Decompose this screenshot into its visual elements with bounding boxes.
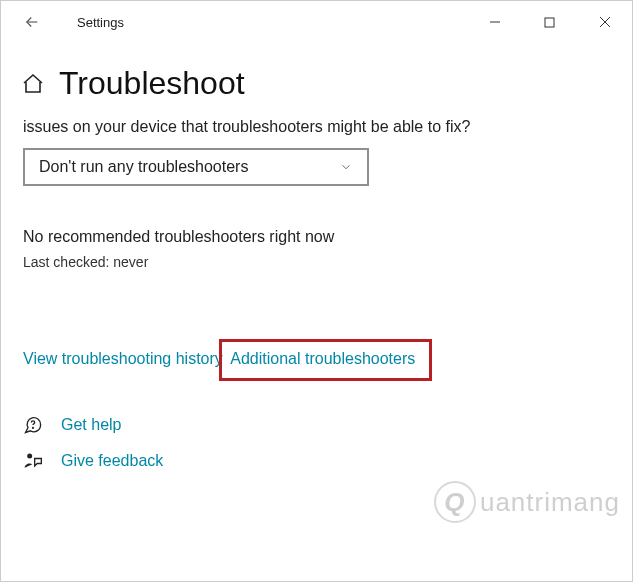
page-header: Troubleshoot: [1, 43, 632, 110]
watermark-text: uantrimang: [480, 487, 620, 518]
content-area: issues on your device that troubleshoote…: [1, 110, 632, 471]
feedback-icon: [23, 451, 43, 471]
question-text: issues on your device that troubleshoote…: [23, 116, 610, 138]
additional-troubleshooters-highlight: Additional troubleshooters: [219, 339, 432, 381]
svg-point-4: [33, 428, 34, 429]
close-icon: [599, 16, 611, 28]
minimize-icon: [489, 16, 501, 28]
watermark-logo: Q: [434, 481, 476, 523]
chat-help-icon: [23, 415, 43, 435]
app-title: Settings: [77, 15, 124, 30]
recommended-status: No recommended troubleshooters right now: [23, 228, 610, 246]
back-button[interactable]: [21, 11, 43, 33]
svg-rect-1: [545, 18, 554, 27]
get-help-link: Get help: [61, 416, 121, 434]
watermark: Q uantrimang: [434, 481, 620, 523]
get-help-row[interactable]: Get help: [23, 415, 610, 435]
troubleshooter-dropdown[interactable]: Don't run any troubleshooters: [23, 148, 369, 186]
close-button[interactable]: [577, 1, 632, 43]
maximize-icon: [544, 17, 555, 28]
arrow-left-icon: [23, 13, 41, 31]
titlebar: Settings: [1, 1, 632, 43]
view-history-link[interactable]: View troubleshooting history: [23, 350, 223, 368]
chevron-down-icon: [339, 160, 353, 174]
home-icon[interactable]: [21, 72, 45, 96]
last-checked-text: Last checked: never: [23, 254, 610, 270]
give-feedback-row[interactable]: Give feedback: [23, 451, 610, 471]
minimize-button[interactable]: [467, 1, 522, 43]
page-title: Troubleshoot: [59, 65, 245, 102]
svg-point-5: [27, 454, 32, 459]
additional-troubleshooters-link[interactable]: Additional troubleshooters: [230, 350, 415, 368]
maximize-button[interactable]: [522, 1, 577, 43]
give-feedback-link: Give feedback: [61, 452, 163, 470]
window-controls: [467, 1, 632, 43]
dropdown-selected-text: Don't run any troubleshooters: [39, 158, 248, 176]
